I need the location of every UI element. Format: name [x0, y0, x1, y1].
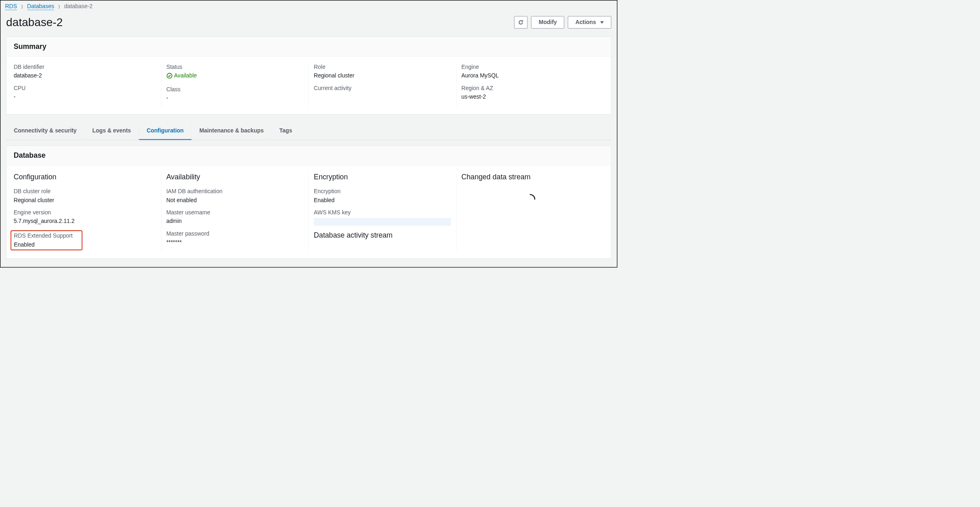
- database-title: Database: [13, 152, 604, 160]
- tab-connectivity[interactable]: Connectivity & security: [6, 122, 84, 140]
- page-title: database-2: [6, 16, 63, 29]
- aws-kms-key-value-redacted: [314, 218, 451, 226]
- configuration-section-title: Configuration: [13, 173, 156, 181]
- breadcrumb-databases[interactable]: Databases: [27, 3, 54, 10]
- actions-button[interactable]: Actions: [568, 16, 611, 29]
- cpu-value: -: [13, 93, 156, 100]
- refresh-button[interactable]: [514, 16, 528, 29]
- modify-button[interactable]: Modify: [531, 16, 564, 29]
- summary-col-role: Role Regional cluster Current activity: [309, 64, 456, 107]
- class-value: -: [166, 95, 303, 101]
- status-label: Status: [166, 64, 303, 70]
- rds-extended-support-value: Enabled: [14, 241, 79, 248]
- tab-configuration[interactable]: Configuration: [139, 122, 192, 140]
- master-username-label: Master username: [166, 209, 303, 216]
- master-password-label: Master password: [166, 230, 303, 237]
- chevron-right-icon: ⟩: [58, 4, 60, 9]
- changed-data-stream-title: Changed data stream: [461, 173, 599, 181]
- encryption-section-title: Encryption: [314, 173, 451, 181]
- db-cluster-role-label: DB cluster role: [13, 188, 156, 195]
- summary-header: Summary: [7, 37, 611, 57]
- database-activity-stream-title: Database activity stream: [314, 231, 451, 240]
- page-header: database-2 Modify Actions: [1, 12, 616, 36]
- spinner-container: [461, 188, 599, 205]
- engine-label: Engine: [461, 64, 599, 70]
- summary-title: Summary: [13, 42, 604, 51]
- db-col-configuration: Configuration DB cluster role Regional c…: [13, 173, 161, 251]
- header-actions: Modify Actions: [514, 16, 611, 29]
- cpu-label: CPU: [13, 85, 156, 91]
- iam-db-auth-label: IAM DB authentication: [166, 188, 303, 195]
- aws-kms-key-label: AWS KMS key: [314, 209, 451, 216]
- db-col-encryption: Encryption Encryption Enabled AWS KMS ke…: [309, 173, 456, 251]
- current-activity-label: Current activity: [314, 85, 451, 91]
- chevron-right-icon: ⟩: [21, 4, 23, 9]
- actions-label: Actions: [575, 19, 596, 26]
- loading-spinner-icon: [524, 193, 536, 205]
- master-password-value: *******: [166, 239, 303, 246]
- breadcrumb-rds[interactable]: RDS: [5, 3, 17, 10]
- summary-panel: Summary DB identifier database-2 CPU - S…: [6, 36, 611, 115]
- tab-tags[interactable]: Tags: [271, 122, 300, 140]
- region-az-label: Region & AZ: [461, 85, 599, 91]
- encryption-label: Encryption: [314, 188, 451, 195]
- status-value: Available: [166, 73, 303, 81]
- rds-extended-support-highlight: RDS Extended Support Enabled: [11, 230, 82, 250]
- tab-maintenance[interactable]: Maintenance & backups: [192, 122, 271, 140]
- check-circle-icon: [166, 73, 172, 79]
- engine-version-label: Engine version: [13, 209, 156, 216]
- iam-db-auth-value: Not enabled: [166, 197, 303, 203]
- db-col-availability: Availability IAM DB authentication Not e…: [161, 173, 309, 251]
- engine-value: Aurora MySQL: [461, 73, 599, 79]
- db-identifier-label: DB identifier: [13, 64, 156, 70]
- engine-version-value: 5.7.mysql_aurora.2.11.2: [13, 218, 156, 225]
- region-az-value: us-west-2: [461, 93, 599, 100]
- master-username-value: admin: [166, 218, 303, 225]
- availability-section-title: Availability: [166, 173, 303, 181]
- summary-col-status: Status Available Class -: [161, 64, 309, 107]
- role-label: Role: [314, 64, 451, 70]
- breadcrumb-current: database-2: [64, 3, 93, 10]
- db-cluster-role-value: Regional cluster: [13, 197, 156, 203]
- rds-extended-support-label: RDS Extended Support: [14, 233, 79, 239]
- db-identifier-value: database-2: [13, 73, 156, 79]
- database-panel: Database Configuration DB cluster role R…: [6, 145, 611, 259]
- database-header: Database: [7, 146, 611, 166]
- refresh-icon: [518, 20, 524, 25]
- summary-col-engine: Engine Aurora MySQL Region & AZ us-west-…: [456, 64, 604, 107]
- role-value: Regional cluster: [314, 73, 451, 79]
- class-label: Class: [166, 86, 303, 93]
- summary-col-identifier: DB identifier database-2 CPU -: [13, 64, 161, 107]
- summary-grid: DB identifier database-2 CPU - Status Av…: [7, 57, 611, 115]
- caret-down-icon: [600, 21, 604, 24]
- db-col-changed-data-stream: Changed data stream: [456, 173, 604, 251]
- current-activity-value: [314, 93, 451, 100]
- breadcrumb: RDS ⟩ Databases ⟩ database-2: [1, 1, 616, 12]
- database-grid: Configuration DB cluster role Regional c…: [7, 165, 611, 258]
- encryption-value: Enabled: [314, 197, 451, 203]
- tab-logs[interactable]: Logs & events: [85, 122, 139, 140]
- tabs: Connectivity & security Logs & events Co…: [6, 122, 611, 140]
